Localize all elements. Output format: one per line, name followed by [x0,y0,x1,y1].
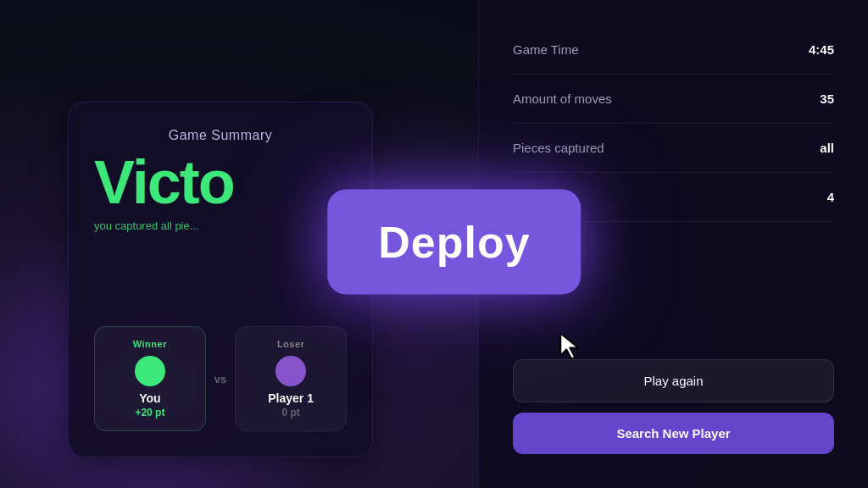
vs-divider: vs [214,373,226,385]
deploy-label: Deploy [378,217,530,268]
victory-heading: Victo [94,152,347,213]
winner-label: Winner [107,339,193,349]
panel-title: Game Summary [94,128,347,143]
stat-label-game-time: Game Time [513,42,579,57]
winner-name: You [107,391,193,405]
action-buttons: Play again Search New Player [513,359,834,454]
winner-pts: +20 pt [107,407,193,419]
players-row: Winner You +20 pt vs Loser Player 1 0 pt [94,326,347,431]
deploy-overlay: Deploy [327,190,581,295]
loser-label: Loser [248,339,334,349]
loser-pts: 0 pt [248,407,334,419]
stat-label-captured: Pieces captured [513,141,604,155]
stat-label-moves: Amount of moves [513,92,612,106]
loser-name: Player 1 [248,391,334,405]
cursor-svg [558,330,585,363]
stat-value-captured: all [820,141,834,155]
loser-avatar [275,356,306,386]
play-again-button[interactable]: Play again [513,359,834,402]
captured-subtitle: you captured all pie... [94,219,347,232]
deploy-button[interactable]: Deploy [327,190,581,295]
winner-card: Winner You +20 pt [94,326,206,431]
stat-value-moves: 35 [820,92,834,106]
loser-card: Loser Player 1 0 pt [235,326,347,431]
stat-value-pieces-last: 4 [827,190,834,204]
stat-row-captured: Pieces captured all [513,124,834,173]
stat-row-game-time: Game Time 4:45 [513,25,834,75]
stat-row-moves: Amount of moves 35 [513,75,834,124]
search-new-player-button[interactable]: Search New Player [513,413,834,454]
stat-value-game-time: 4:45 [809,42,834,57]
winner-avatar [135,356,165,386]
